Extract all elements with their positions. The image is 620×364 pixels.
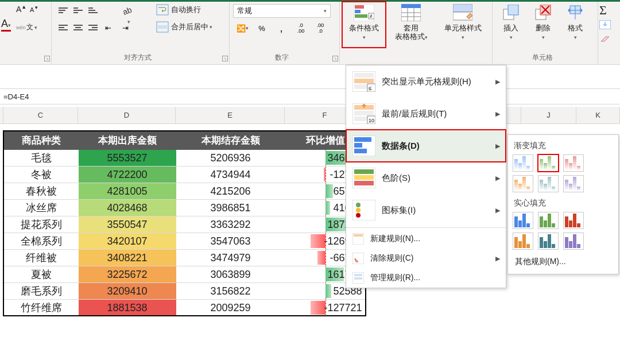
decrease-indent-button[interactable]: ⇤ [100, 21, 116, 34]
databar-solid-lightblue[interactable] [538, 233, 559, 250]
databar-gradient-red[interactable] [563, 154, 584, 172]
table-row[interactable]: 夏被32256723063899161773 [4, 266, 366, 283]
table-row[interactable]: 冰丝席4028468398685141617 [4, 200, 366, 216]
cf-color-scales[interactable]: 色阶(S) ▶ [346, 162, 506, 194]
cell-balance[interactable]: 3986851 [176, 200, 285, 216]
databar-solid-green[interactable] [538, 212, 559, 229]
cell-outbound[interactable]: 4722200 [79, 166, 176, 183]
col-header-D[interactable]: D [78, 107, 176, 124]
align-left-button[interactable] [55, 21, 69, 34]
cell-diff[interactable]: -127721 [285, 300, 366, 316]
cell-outbound[interactable]: 3550547 [79, 216, 176, 233]
table-row[interactable]: 冬被47222004734944-12744 [4, 166, 366, 183]
cell-outbound[interactable]: 3408221 [79, 250, 176, 266]
databar-gradient-green[interactable] [538, 154, 559, 172]
databar-gradient-lightblue[interactable] [538, 175, 559, 192]
databar-solid-purple[interactable] [563, 233, 584, 250]
alignment-dialog-launcher[interactable]: ↘ [222, 56, 228, 61]
col-header-J[interactable]: J [521, 107, 576, 124]
cf-new-rule[interactable]: 新建规则(N)... [346, 229, 506, 249]
databar-solid-blue[interactable] [513, 212, 533, 229]
cf-manage-rules[interactable]: 管理规则(R)... [346, 268, 506, 288]
increase-decimal-button[interactable]: .0.00 [292, 21, 310, 35]
databar-more-rules[interactable]: 其他规则(M)... [513, 253, 614, 268]
cell-outbound[interactable]: 1881538 [79, 300, 176, 316]
table-row[interactable]: 竹纤维席18815382009259-127721 [4, 300, 366, 316]
wrap-text-button[interactable]: 自动换行 [156, 4, 201, 16]
cf-clear-rules[interactable]: 清除规则(C) ▶ [346, 249, 506, 268]
col-header-K[interactable]: K [576, 107, 620, 124]
cell-balance[interactable]: 4734944 [176, 166, 285, 183]
cell-outbound[interactable]: 3209410 [79, 283, 176, 300]
number-dialog-launcher[interactable]: ↘ [332, 56, 338, 61]
cell-product[interactable]: 竹纤维席 [4, 300, 79, 316]
decrease-font-button[interactable]: A▼ [30, 5, 38, 13]
number-format-select[interactable]: 常规 ▾ [233, 4, 331, 18]
table-row[interactable]: 磨毛系列3209410315682252588 [4, 283, 366, 300]
databar-gradient-blue[interactable] [513, 154, 533, 172]
align-bottom-button[interactable] [85, 4, 99, 17]
autosum-fragment[interactable]: Σ [599, 3, 607, 18]
cf-top-bottom-rules[interactable]: 10 最前/最后规则(T) ▶ [346, 98, 506, 130]
col-header-C[interactable]: C [3, 107, 78, 124]
decrease-decimal-button[interactable]: .00.0 [311, 21, 330, 35]
cell-product[interactable]: 毛毯 [4, 150, 79, 166]
phonetic-guide-button[interactable]: wén文▾ [16, 22, 37, 32]
cell-product[interactable]: 夏被 [4, 266, 79, 283]
cell-balance[interactable]: 5206936 [176, 150, 285, 166]
table-row[interactable]: 纤维被34082213474979-66758 [4, 250, 366, 266]
clear-fragment[interactable] [599, 34, 611, 43]
table-row[interactable]: 提花系列35505473363292187255 [4, 216, 366, 233]
table-row[interactable]: 毛毯55535275206936346591 [4, 150, 366, 166]
align-right-button[interactable] [85, 21, 99, 34]
cell-outbound[interactable]: 5553527 [79, 150, 176, 166]
align-middle-button[interactable] [70, 4, 84, 17]
cell-product[interactable]: 冰丝席 [4, 200, 79, 216]
cell-balance[interactable]: 3547063 [176, 233, 285, 250]
merge-center-button[interactable]: 合并后居中 ▾ [156, 21, 212, 33]
cell-styles-button[interactable]: 单元格样式▾ [436, 2, 489, 48]
align-top-button[interactable] [55, 4, 69, 17]
col-header-E[interactable]: E [176, 107, 285, 124]
cell-product[interactable]: 磨毛系列 [4, 283, 79, 300]
fill-fragment[interactable] [599, 20, 611, 29]
percent-format-button[interactable]: % [253, 21, 271, 35]
align-center-button[interactable] [70, 21, 84, 34]
cell-product[interactable]: 冬被 [4, 166, 79, 183]
insert-cells-button[interactable]: 插入▾ [495, 2, 527, 48]
databar-gradient-purple[interactable] [563, 175, 584, 192]
cell-balance[interactable]: 3363292 [176, 216, 285, 233]
formula-bar[interactable]: =D4-E4 [0, 88, 620, 104]
table-row[interactable]: 春秋被4281005421520665799 [4, 183, 366, 200]
cell-balance[interactable]: 2009259 [176, 300, 285, 316]
cell-product[interactable]: 全棉系列 [4, 233, 79, 250]
cell-balance[interactable]: 3063899 [176, 266, 285, 283]
cell-outbound[interactable]: 4028468 [79, 200, 176, 216]
format-cells-button[interactable]: 格式▾ [559, 2, 591, 48]
accounting-format-button[interactable]: 🔀▾ [233, 21, 251, 35]
cell-product[interactable]: 春秋被 [4, 183, 79, 200]
font-dialog-launcher[interactable]: ↘ [44, 56, 50, 61]
conditional-formatting-button[interactable]: ≠ 条件格式▾ [342, 2, 386, 48]
databar-gradient-orange[interactable] [513, 175, 533, 192]
cell-product[interactable]: 纤维被 [4, 250, 79, 266]
delete-cells-button[interactable]: 删除▾ [527, 2, 559, 48]
cell-outbound[interactable]: 4281005 [79, 183, 176, 200]
cell-balance[interactable]: 3156822 [176, 283, 285, 300]
orientation-button[interactable]: ab▾ [122, 4, 135, 25]
cell-balance[interactable]: 3474979 [176, 250, 285, 266]
databar-solid-orange[interactable] [513, 233, 533, 250]
cell-balance[interactable]: 4215206 [176, 183, 285, 200]
cf-icon-sets[interactable]: 图标集(I) ▶ [346, 194, 506, 226]
font-color-button[interactable]: A▾ [1, 19, 11, 32]
cell-outbound[interactable]: 3225672 [79, 266, 176, 283]
cell-product[interactable]: 提花系列 [4, 216, 79, 233]
databar-solid-red[interactable] [563, 212, 584, 229]
comma-format-button[interactable]: , [272, 21, 290, 35]
cell-outbound[interactable]: 3420107 [79, 233, 176, 250]
increase-font-button[interactable]: A▲ [16, 4, 26, 14]
cf-highlight-rules[interactable]: ≤ 突出显示单元格规则(H) ▶ [346, 65, 506, 98]
table-row[interactable]: 全棉系列34201073547063-126956 [4, 233, 366, 250]
cf-data-bars[interactable]: 数据条(D) ▶ [346, 130, 506, 162]
format-as-table-button[interactable]: 套用表格格式▾ [386, 2, 436, 48]
